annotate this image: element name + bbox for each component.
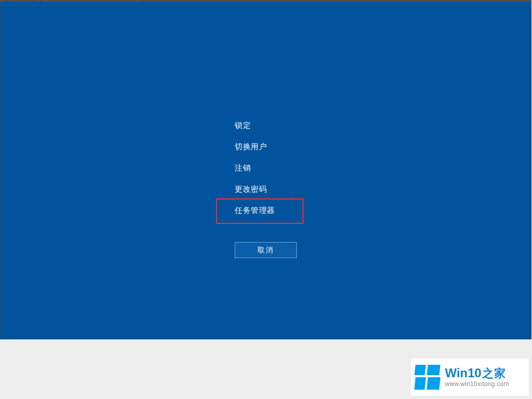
watermark-url: www.win10xitong.com [445, 381, 509, 388]
watermark: Win10之家 www.win10xitong.com [411, 358, 529, 396]
menu-item-sign-out[interactable]: 注销 [235, 157, 338, 178]
menu-item-task-manager[interactable]: 任务管理器 [235, 200, 338, 221]
options-menu: 锁定 切换用户 注销 更改密码 任务管理器 [235, 115, 338, 221]
watermark-title-en: Win10 [445, 366, 481, 380]
windows-logo-icon [415, 365, 440, 390]
menu-item-switch-user[interactable]: 切换用户 [235, 136, 338, 157]
menu-item-lock[interactable]: 锁定 [235, 115, 338, 136]
security-options-screen: 锁定 切换用户 注销 更改密码 任务管理器 取消 [1, 1, 531, 339]
watermark-title-zh: 之家 [482, 367, 506, 380]
cancel-button-label: 取消 [257, 246, 274, 255]
menu-item-change-password[interactable]: 更改密码 [235, 178, 338, 200]
cancel-button[interactable]: 取消 [235, 242, 297, 258]
top-ticks [1, 1, 531, 2]
watermark-title: Win10之家 [445, 366, 509, 380]
watermark-text: Win10之家 www.win10xitong.com [445, 366, 509, 388]
